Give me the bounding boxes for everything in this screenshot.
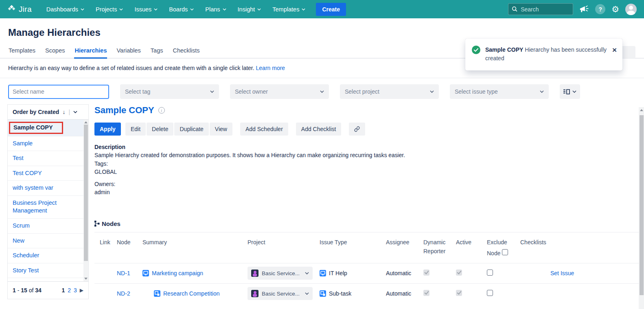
list-item-scheduler[interactable]: Scheduler <box>8 248 88 263</box>
list-item-story-test[interactable]: Story Test <box>8 263 88 278</box>
page-1[interactable]: 1 <box>61 287 65 294</box>
create-button[interactable]: Create <box>316 3 346 16</box>
next-page-icon[interactable]: ▶ <box>80 287 83 293</box>
tab-scopes[interactable]: Scopes <box>45 45 65 59</box>
select-project-dropdown[interactable]: Select project <box>340 84 439 99</box>
node-key-link[interactable]: ND-2 <box>117 290 142 297</box>
delete-button[interactable]: Delete <box>147 123 173 136</box>
learn-more-link[interactable]: Learn more <box>256 65 285 71</box>
select-tag-dropdown[interactable]: Select tag <box>120 84 219 99</box>
nodes-title: Nodes <box>102 220 120 227</box>
jira-brand[interactable]: Jira <box>7 4 32 15</box>
hierarchy-list: Sample COPY Sample Test Test COPY with s… <box>8 120 88 281</box>
exclude-node-checkbox[interactable] <box>487 270 493 276</box>
scroll-down-icon[interactable] <box>84 278 88 280</box>
it-help-issue-icon <box>320 270 326 276</box>
summary-link[interactable]: Research Competition <box>163 290 220 297</box>
page-2[interactable]: 2 <box>68 287 71 294</box>
copy-link-button[interactable] <box>349 123 365 136</box>
project-dropdown[interactable]: Basic Service... <box>248 287 313 300</box>
apply-button[interactable]: Apply <box>94 123 121 136</box>
add-checklist-button[interactable]: Add Checklist <box>296 123 342 136</box>
owners-label: Owners: <box>94 180 644 188</box>
list-item-business-project-management[interactable]: Business Project Management <box>8 196 88 219</box>
page-3[interactable]: 3 <box>74 287 77 294</box>
nav-item-projects[interactable]: Projects <box>96 6 123 13</box>
issue-type-cell: Sub-task <box>320 290 386 297</box>
project-dropdown[interactable]: Basic Service... <box>248 267 313 280</box>
chevron-down-icon[interactable] <box>73 111 77 113</box>
tags-label: Tags: <box>94 160 644 168</box>
list-item-test-copy[interactable]: Test COPY <box>8 166 88 181</box>
tab-templates[interactable]: Templates <box>8 45 36 59</box>
list-pagination: 1 - 15 of 34 1 2 3 ▶ <box>8 281 88 299</box>
announcements-icon[interactable] <box>579 5 589 13</box>
scroll-up-icon[interactable] <box>640 109 643 111</box>
info-icon[interactable] <box>158 107 165 114</box>
nav-item-boards[interactable]: Boards <box>169 6 194 13</box>
list-item-test[interactable]: Test <box>8 151 88 166</box>
select-owner-dropdown[interactable]: Select owner <box>230 84 329 99</box>
active-checkbox <box>456 290 462 296</box>
select-name-input[interactable] <box>8 85 109 99</box>
summary-cell: Marketing campaign <box>142 270 248 276</box>
summary-link[interactable]: Marketing campaign <box>152 270 203 276</box>
search-input[interactable] <box>521 6 565 13</box>
chevron-down-icon <box>210 90 214 93</box>
set-issue-link[interactable]: Set Issue <box>550 270 574 276</box>
exclude-node-checkbox[interactable] <box>487 290 493 296</box>
close-icon[interactable] <box>612 46 617 63</box>
sidebar-scrollbar[interactable] <box>83 120 88 281</box>
tab-hierarchies[interactable]: Hierarchies <box>74 45 107 59</box>
sidebar-scrollbar-thumb[interactable] <box>84 125 88 261</box>
page-scrollbar[interactable] <box>639 107 644 309</box>
list-item-scrum[interactable]: Scrum <box>8 219 88 234</box>
nav-item-dashboards[interactable]: Dashboards <box>46 6 84 13</box>
active-checkbox <box>456 270 462 276</box>
owners-value: admin <box>94 188 644 197</box>
nav-item-plans[interactable]: Plans <box>205 6 226 13</box>
node-key-link[interactable]: ND-1 <box>117 270 142 276</box>
order-by-header[interactable]: Order by Created ↓ | <box>8 105 88 120</box>
edit-button[interactable]: Edit <box>125 123 146 136</box>
nav-item-templates[interactable]: Templates <box>272 6 305 13</box>
avatar[interactable] <box>625 4 637 15</box>
gear-icon[interactable] <box>611 5 619 13</box>
top-navigation: Jira Dashboards Projects Issues Boards P… <box>0 0 644 18</box>
jira-logo-icon <box>7 4 16 15</box>
select-issue-type-dropdown[interactable]: Select issue type <box>450 84 549 99</box>
list-item-sample-copy[interactable]: Sample COPY <box>8 120 88 136</box>
search-icon <box>512 6 518 12</box>
list-item-test-4117[interactable]: Test 4117 ticket 2 ver COPY <box>8 278 88 281</box>
page-title: Manage Hierarchies <box>0 18 644 38</box>
tab-checklists[interactable]: Checklists <box>172 45 200 59</box>
col-node: Node <box>117 238 142 247</box>
hierarchy-title: Sample COPY <box>94 105 154 116</box>
list-item-sample[interactable]: Sample <box>8 136 88 151</box>
scroll-up-icon[interactable] <box>84 121 88 123</box>
view-button[interactable]: View <box>210 123 232 136</box>
list-item-with-system-var[interactable]: with system var <box>8 181 88 196</box>
sub-task-issue-icon <box>154 290 160 297</box>
tab-tags[interactable]: Tags <box>150 45 164 59</box>
hierarchy-nodes-icon <box>94 221 100 227</box>
chevron-down-icon <box>257 8 261 11</box>
duplicate-button[interactable]: Duplicate <box>174 123 208 136</box>
nav-item-issues[interactable]: Issues <box>134 6 158 13</box>
sort-direction-icon[interactable]: ↓ <box>62 109 65 115</box>
it-help-issue-icon <box>142 270 149 276</box>
view-layout-toggle[interactable] <box>560 84 580 99</box>
page-scrollbar-thumb[interactable] <box>640 115 644 295</box>
list-item-new[interactable]: New <box>8 234 88 249</box>
success-toast: Sample COPY Hierarchy has been successfu… <box>465 39 622 70</box>
project-avatar-icon <box>251 270 258 277</box>
add-scheduler-button[interactable]: Add Scheduler <box>240 123 288 136</box>
chevron-down-icon <box>305 272 309 274</box>
help-icon[interactable] <box>595 4 605 14</box>
tab-variables[interactable]: Variables <box>116 45 141 59</box>
col-assignee: Assignee <box>386 238 423 247</box>
project-avatar-icon <box>251 290 258 297</box>
global-search[interactable] <box>508 3 573 15</box>
nav-item-insight[interactable]: Insight <box>238 6 261 13</box>
exclude-all-checkbox[interactable] <box>502 249 508 255</box>
